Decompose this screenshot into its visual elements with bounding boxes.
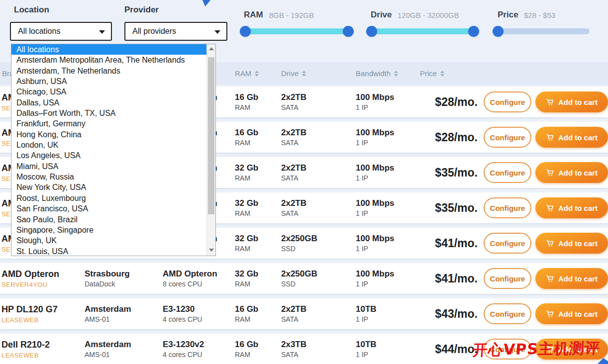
location-option[interactable]: Los Angeles, USA (11, 150, 206, 161)
ram-unit: RAM (235, 139, 281, 147)
header-cell-ram[interactable]: RAM (235, 69, 281, 78)
location-option[interactable]: All locations (11, 44, 206, 55)
location-filter-label: Location (14, 5, 49, 15)
location-option[interactable]: Ashburn, USA (11, 76, 206, 87)
sort-icon[interactable] (440, 71, 444, 77)
location-select-value: All locations (18, 27, 60, 36)
location-option[interactable]: Roost, Luxembourg (11, 193, 206, 203)
scroll-down-button[interactable] (207, 246, 215, 255)
drive-slider-handle-min[interactable] (366, 26, 377, 37)
price-value: $41/mo. (408, 237, 483, 250)
datacenter-name: DataDock (85, 280, 163, 288)
ram-value: 32 Gb (235, 163, 281, 173)
ip-count: 1 IP (356, 175, 408, 182)
add-to-cart-button[interactable]: Add to cart (535, 233, 608, 254)
location-name: Amsterdam (85, 339, 163, 350)
configure-button[interactable]: Configure (484, 127, 531, 148)
provider-name: LEASEWEB (1, 317, 85, 324)
sort-icon[interactable] (255, 71, 259, 77)
location-option[interactable]: Amsterdam, The Netherlands (11, 66, 206, 76)
add-to-cart-button[interactable]: Add to cart (535, 303, 608, 324)
drive-type: SATA (281, 175, 356, 182)
ram-value: 32 Gb (235, 198, 281, 208)
bandwidth-value: 100 Mbps (356, 163, 408, 173)
drive-value: 2x3TB (281, 339, 356, 350)
location-option[interactable]: Chicago, USA (11, 87, 206, 97)
provider-select[interactable]: All providers (124, 22, 227, 41)
drive-type: SATA (281, 316, 356, 323)
location-option[interactable]: New York City, USA (11, 182, 206, 192)
drive-type: SATA (281, 104, 356, 111)
decorative-blue-wedge (202, 0, 210, 6)
add-to-cart-button[interactable]: Add to cart (535, 197, 608, 218)
ram-slider-handle-max[interactable] (343, 26, 354, 37)
drive-value: 2x2TB (281, 304, 356, 314)
drive-value: 2x2TB (281, 198, 356, 208)
server-search-page: Location All locations Provider All prov… (0, 0, 608, 364)
sort-icon[interactable] (302, 71, 306, 77)
ram-unit: RAM (235, 104, 281, 111)
location-option[interactable]: Frankfurt, Germany (11, 118, 206, 129)
provider-name: SERVER4YOU (1, 281, 85, 288)
price-slider-handle-min[interactable] (493, 26, 504, 37)
ram-unit: RAM (235, 210, 281, 217)
dropdown-scrollbar[interactable] (206, 44, 215, 256)
add-to-cart-button[interactable]: Add to cart (535, 268, 608, 289)
drive-value: 2x250GB (281, 233, 356, 244)
ip-count: 1 IP (356, 280, 408, 288)
configure-button[interactable]: Configure (484, 303, 531, 324)
drive-slider-track[interactable] (367, 28, 479, 34)
price-value: $28/mo. (408, 95, 483, 109)
datacenter-name: AMS-01 (85, 316, 163, 323)
ram-value: 32 Gb (235, 269, 281, 279)
price-slider-track[interactable] (494, 28, 590, 34)
header-cell-drive[interactable]: Drive (281, 69, 356, 78)
watermark: 开心VPS主机测评 (472, 338, 601, 361)
brand-name: Dell R210-2 (1, 339, 85, 351)
location-option[interactable]: Dallas, USA (11, 97, 206, 108)
add-to-cart-button[interactable]: Add to cart (535, 127, 608, 148)
chevron-down-icon (214, 30, 220, 34)
ram-slider-handle-min[interactable] (240, 26, 251, 37)
price-value: $35/mo. (408, 201, 483, 215)
location-option[interactable]: St. Louis, USA (11, 246, 206, 256)
location-options: All locations Amsterdam Metropolitan Are… (11, 44, 206, 256)
location-option[interactable]: London, UK (11, 140, 206, 150)
location-option[interactable]: San Francisco, USA (11, 203, 206, 214)
configure-button[interactable]: Configure (484, 162, 531, 183)
drive-slider-handle-max[interactable] (468, 26, 479, 37)
location-option[interactable]: Hong Kong, China (11, 129, 206, 140)
location-name: Strasbourg (85, 269, 163, 279)
header-cell-bandwidth[interactable]: Bandwidth (356, 69, 408, 78)
scroll-thumb[interactable] (208, 57, 214, 214)
brand-name: AMD Opteron (1, 269, 85, 280)
sort-icon[interactable] (394, 71, 398, 77)
add-to-cart-button[interactable]: Add to cart (535, 162, 608, 183)
ram-unit: RAM (235, 316, 281, 323)
configure-button[interactable]: Configure (484, 233, 531, 254)
location-option[interactable]: Slough, UK (11, 235, 206, 246)
cpu-name: E3-1230v2 (163, 339, 235, 350)
cpu-cores: 4 cores CPU (163, 316, 235, 323)
add-to-cart-button[interactable]: Add to cart (535, 91, 608, 112)
ram-slider-track[interactable] (240, 28, 353, 34)
location-option[interactable]: Miami, USA (11, 161, 206, 172)
location-option[interactable]: Amsterdam Metropolitan Area, The Netherl… (11, 55, 206, 65)
location-select[interactable]: All locations (10, 22, 112, 41)
location-option[interactable]: Sao Paulo, Brazil (11, 214, 206, 225)
location-option[interactable]: Moscow, Russia (11, 172, 206, 182)
ram-unit: RAM (235, 245, 281, 253)
ram-unit: RAM (235, 351, 281, 359)
header-cell-price[interactable]: Price (408, 69, 483, 78)
location-option[interactable]: Singapore, Singapore (11, 225, 206, 235)
drive-value: 2x250GB (281, 269, 356, 279)
drive-type: SSD (281, 245, 356, 253)
configure-button[interactable]: Configure (484, 197, 531, 218)
scroll-up-button[interactable] (207, 44, 215, 53)
ram-value: 16 Gb (235, 92, 281, 102)
cart-icon (546, 204, 554, 212)
configure-button[interactable]: Configure (484, 268, 531, 289)
ram-value: 16 Gb (235, 304, 281, 314)
location-option[interactable]: Dallas–Fort Worth, TX, USA (11, 108, 206, 118)
configure-button[interactable]: Configure (484, 91, 531, 112)
